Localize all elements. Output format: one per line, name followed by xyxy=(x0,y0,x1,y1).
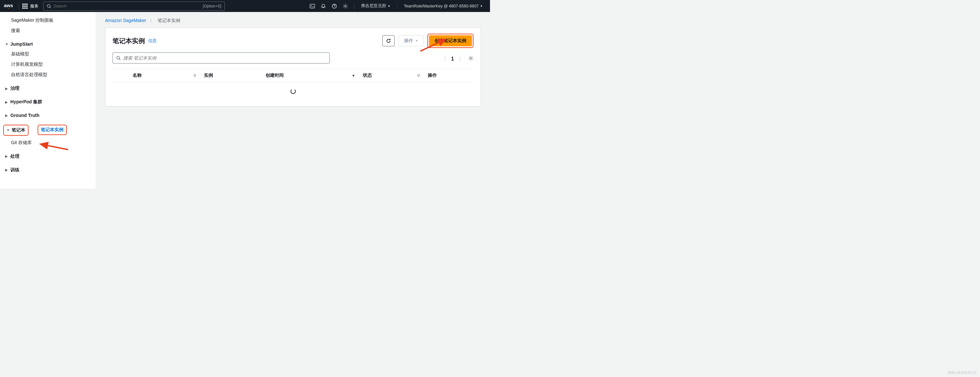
services-grid-icon[interactable] xyxy=(22,3,27,9)
column-created[interactable]: 创建时间 ▼ xyxy=(262,73,359,78)
caret-down-icon: ▼ xyxy=(415,39,418,43)
global-search-input[interactable] xyxy=(53,3,203,8)
sidebar-section-label: Ground Truth xyxy=(10,113,39,118)
account-selector[interactable]: TeamRole/MasterKey @ 4807-8560-8607 ▼ xyxy=(401,4,486,8)
sidebar-item-git-repos[interactable]: Git 存储库 xyxy=(0,138,95,148)
create-notebook-button[interactable]: 创建笔记本实例 xyxy=(429,35,472,46)
notifications-icon[interactable] xyxy=(318,2,329,11)
separator xyxy=(397,3,397,10)
help-icon[interactable] xyxy=(329,2,340,11)
caret-right-icon: ▶ xyxy=(5,155,9,158)
column-label: 创建时间 xyxy=(266,73,284,78)
svg-point-4 xyxy=(345,5,346,7)
sidebar-section-training[interactable]: ▶ 训练 xyxy=(0,165,95,175)
page-prev[interactable]: 〈 xyxy=(441,56,447,62)
sidebar-nav: SageMaker 控制面板 搜索 ▼ JumpStart 基础模型 计算机视觉… xyxy=(0,12,96,188)
sidebar-section-processing[interactable]: ▶ 处理 xyxy=(0,151,95,162)
column-name[interactable]: 名称 ▽ xyxy=(129,73,200,78)
sidebar-section-label: HyperPod 集群 xyxy=(10,99,42,105)
refresh-icon xyxy=(386,38,391,43)
sidebar-section-label: 笔记本 xyxy=(12,127,25,133)
info-link[interactable]: 信息 xyxy=(148,38,157,44)
sidebar-section-hyperpod[interactable]: ▶ HyperPod 集群 xyxy=(0,97,95,107)
sort-icon: ▽ xyxy=(417,74,420,78)
breadcrumb-root[interactable]: Amazon SageMaker xyxy=(105,18,146,23)
sidebar-section-groundtruth[interactable]: ▶ Ground Truth xyxy=(0,111,95,120)
notebook-instances-panel: 笔记本实例 信息 操作 ▼ 创建笔记本实例 xyxy=(105,27,481,106)
chevron-right-icon: 〉 xyxy=(150,19,154,23)
svg-line-1 xyxy=(50,7,51,8)
svg-point-7 xyxy=(470,58,471,59)
breadcrumb: Amazon SageMaker 〉 笔记本实例 xyxy=(105,18,481,24)
services-label[interactable]: 服务 xyxy=(30,3,38,9)
spinner-icon xyxy=(291,89,296,94)
caret-right-icon: ▶ xyxy=(5,100,9,104)
svg-point-5 xyxy=(117,56,120,59)
search-icon xyxy=(47,4,51,8)
column-label: 状态 xyxy=(363,73,372,78)
cloudshell-icon[interactable] xyxy=(307,2,318,11)
svg-point-0 xyxy=(47,4,50,7)
sidebar-section-governance[interactable]: ▶ 治理 xyxy=(0,83,95,93)
column-label: 名称 xyxy=(133,73,142,78)
table-header-row: 名称 ▽ 实例 创建时间 ▼ 状态 ▽ 操作 xyxy=(113,69,474,82)
sidebar-item-dashboard[interactable]: SageMaker 控制面板 xyxy=(0,15,95,25)
region-selector[interactable]: 弗吉尼亚北部 ▼ xyxy=(358,3,394,9)
main-content: Amazon SageMaker 〉 笔记本实例 笔记本实例 信息 操作 ▼ 创… xyxy=(96,12,490,188)
region-label: 弗吉尼亚北部 xyxy=(361,3,386,9)
sidebar-item-foundation-models[interactable]: 基础模型 xyxy=(0,49,95,59)
caret-right-icon: ▶ xyxy=(5,168,9,172)
table-loading xyxy=(113,82,474,100)
actions-dropdown[interactable]: 操作 ▼ xyxy=(399,35,423,46)
pagination: 〈 1 〉 xyxy=(441,56,474,62)
sidebar-section-label: 训练 xyxy=(10,167,19,173)
column-action: 操作 xyxy=(424,73,474,78)
caret-down-icon: ▼ xyxy=(388,5,390,8)
column-label: 实例 xyxy=(204,73,213,78)
sidebar-item-search[interactable]: 搜索 xyxy=(0,25,95,36)
page-number: 1 xyxy=(451,56,454,62)
caret-down-icon: ▼ xyxy=(480,5,483,8)
sort-desc-icon: ▼ xyxy=(352,74,355,78)
sidebar-item-cv-models[interactable]: 计算机视觉模型 xyxy=(0,59,95,70)
global-search[interactable]: [Option+S] xyxy=(43,2,225,11)
settings-icon[interactable] xyxy=(340,2,351,11)
separator xyxy=(354,3,355,10)
refresh-button[interactable] xyxy=(382,35,395,46)
caret-right-icon: ▶ xyxy=(5,114,9,117)
sidebar-section-label: 治理 xyxy=(10,86,19,91)
sidebar-item-nlp-models[interactable]: 自然语言处理模型 xyxy=(0,70,95,80)
caret-right-icon: ▶ xyxy=(5,87,9,90)
aws-smile-icon: ⌣ xyxy=(8,7,10,10)
account-label: TeamRole/MasterKey @ 4807-8560-8607 xyxy=(404,4,479,8)
separator xyxy=(19,3,19,10)
search-icon xyxy=(116,56,121,60)
actions-label: 操作 xyxy=(404,38,413,44)
sidebar-section-jumpstart[interactable]: ▼ JumpStart xyxy=(0,39,95,49)
page-next[interactable]: 〉 xyxy=(458,56,464,62)
caret-down-icon: ▼ xyxy=(6,128,10,132)
aws-logo[interactable]: aws ⌣ xyxy=(4,3,13,10)
sort-icon: ▽ xyxy=(194,74,196,78)
sidebar-item-notebook-instances[interactable]: 笔记本实例 xyxy=(41,126,64,133)
column-instance[interactable]: 实例 xyxy=(200,73,262,78)
column-label: 操作 xyxy=(428,73,437,78)
search-shortcut-hint: [Option+S] xyxy=(203,4,221,8)
gear-icon xyxy=(468,56,474,61)
aws-global-header: aws ⌣ 服务 [Option+S] 弗吉尼亚北部 ▼ TeamRole/Ma… xyxy=(0,0,490,12)
table-search-input[interactable] xyxy=(123,55,326,60)
sidebar-section-label: JumpStart xyxy=(10,41,33,47)
table-settings-button[interactable] xyxy=(468,56,474,62)
sidebar-section-label: 处理 xyxy=(10,154,19,159)
panel-title: 笔记本实例 xyxy=(113,36,145,45)
table-search[interactable] xyxy=(113,52,330,63)
sidebar-section-notebook[interactable]: ▼ 笔记本 xyxy=(6,126,26,135)
svg-rect-2 xyxy=(310,4,315,8)
caret-down-icon: ▼ xyxy=(5,43,9,46)
svg-line-6 xyxy=(119,59,121,60)
column-status[interactable]: 状态 ▽ xyxy=(359,73,424,78)
breadcrumb-current: 笔记本实例 xyxy=(158,18,180,23)
